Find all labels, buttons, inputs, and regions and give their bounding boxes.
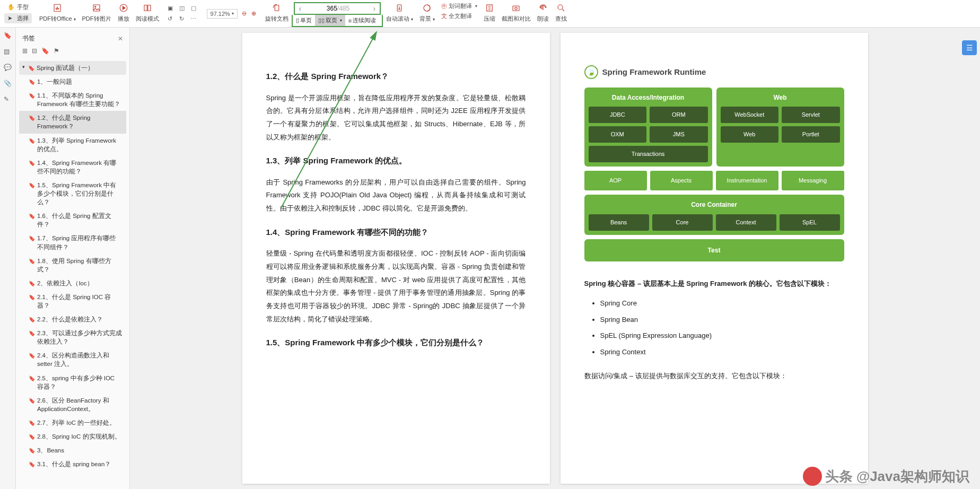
avatar-icon xyxy=(803,467,822,486)
close-sidebar[interactable]: ✕ xyxy=(118,35,123,42)
double-page-view[interactable]: ▯▯双页▾ xyxy=(315,15,345,26)
sidebar-item[interactable]: 🔖1.7、Spring 应用程序有哪些不同组件？ xyxy=(19,231,126,254)
sidebar-item[interactable]: 🔖1.4、Spring Framework 有哪些不同的功能？ xyxy=(19,156,126,178)
svg-point-10 xyxy=(558,5,563,10)
zoom-out-icon[interactable]: ⊖ xyxy=(240,9,249,19)
sidebar-item[interactable]: 🔖1.8、使用 Spring 有哪些方式？ xyxy=(19,254,126,276)
heading-1-2: 1.2、什么是 Spring Framework？ xyxy=(266,69,526,84)
sidebar-item[interactable]: 🔖2.4、区分构造函数注入和 setter 注入。 xyxy=(19,348,126,371)
bg-icon xyxy=(421,2,433,14)
sidebar-item[interactable]: 🔖2.3、可以通过多少种方式完成依赖注入？ xyxy=(19,326,126,348)
translate-icon: ㊥ xyxy=(441,2,447,10)
camera-icon xyxy=(510,2,522,14)
next-page[interactable]: › xyxy=(369,4,380,13)
bookmark-flag-icon[interactable]: ⚑ xyxy=(54,47,59,55)
data-access-desc: 数据访问/集成 – 该层提供与数据库交互的支持。它包含以下模块： xyxy=(584,370,844,383)
pdf-to-image[interactable]: PDF转图片 xyxy=(82,2,111,23)
bookmark-icon: 🔖 xyxy=(29,433,35,441)
prev-page[interactable]: ‹ xyxy=(295,4,305,13)
sidebar-item[interactable]: 🔖2.6、区分 BeanFactory 和 ApplicationContext… xyxy=(19,394,126,416)
read-aloud[interactable]: 朗读 xyxy=(537,2,549,23)
page-input[interactable] xyxy=(305,5,337,12)
play-button[interactable]: 播放 xyxy=(118,2,129,23)
read-mode[interactable]: 阅读模式 xyxy=(136,2,159,23)
sidebar-item[interactable]: 🔖1.1、不同版本的 Spring Framework 有哪些主要功能？ xyxy=(19,89,126,111)
svg-point-9 xyxy=(515,7,518,10)
sidebar-item[interactable]: 🔖2.5、spring 中有多少种 IOC 容器？ xyxy=(19,371,126,394)
sidebar-item[interactable]: 🔖3.1、什么是 spring bean？ xyxy=(19,457,126,471)
rotate-icon xyxy=(271,2,283,14)
bookmark-icon: 🔖 xyxy=(29,137,35,153)
rotate-doc[interactable]: 旋转文档 xyxy=(265,2,288,23)
bookmark-icon: 🔖 xyxy=(29,316,35,324)
bookmark-icon: 🔖 xyxy=(29,461,35,468)
core-module-list: Spring CoreSpring BeanSpEL (Spring Expre… xyxy=(600,297,844,359)
search-icon xyxy=(555,2,567,14)
more-icon[interactable]: ⋯ xyxy=(189,14,198,24)
rotate-right-icon[interactable]: ↻ xyxy=(177,14,187,24)
continuous-view[interactable]: ≡连续阅读 xyxy=(345,15,379,26)
signature-panel-icon[interactable]: ✎ xyxy=(4,95,12,104)
full-translate[interactable]: 文全文翻译 xyxy=(441,12,472,20)
core-container-desc: Spring 核心容器 – 该层基本上是 Spring Framework 的核… xyxy=(584,277,844,291)
page-total: /485 xyxy=(337,5,369,12)
continuous-icon: ≡ xyxy=(348,18,352,24)
bookmark-icon: 🔖 xyxy=(29,375,35,391)
sidebar-item[interactable]: 🔖1.3、列举 Spring Framework 的优点。 xyxy=(19,134,126,156)
list-item: SpEL (Spring Expression Language) xyxy=(600,329,844,343)
sidebar-item[interactable]: 🔖2.1、什么是 Spring IOC 容器？ xyxy=(19,290,126,312)
bookmark-icon: 🔖 xyxy=(29,235,35,251)
crop-icon[interactable]: ▣ xyxy=(165,4,175,13)
bookmark-icon: 🔖 xyxy=(29,258,35,274)
auto-scroll[interactable]: 自动滚动▾ xyxy=(386,2,413,23)
sidebar-item[interactable]: 🔖3、Beans xyxy=(19,443,126,457)
bookmark-panel-icon[interactable]: 🔖 xyxy=(4,32,12,40)
sidebar-item[interactable]: 🔖2.2、什么是依赖注入？ xyxy=(19,312,126,326)
bookmark-icon: 🔖 xyxy=(29,447,35,455)
sidebar-item[interactable]: 🔖2.7、列举 IoC 的一些好处。 xyxy=(19,416,126,430)
pdf-to-office[interactable]: PDF转Office▾ xyxy=(39,2,76,23)
sidebar-item[interactable]: 🔖1.2、什么是 Spring Framework？ xyxy=(19,111,126,133)
rotate-left-icon[interactable]: ↺ xyxy=(165,14,175,24)
outline-panel-icon[interactable]: ▤ xyxy=(4,48,12,56)
heading-1-4: 1.4、Spring Framework 有哪些不同的功能？ xyxy=(266,225,526,240)
collapse-all-icon[interactable]: ⊟ xyxy=(32,47,37,55)
screenshot[interactable]: 截图和对比 xyxy=(502,2,531,23)
bookmark-icon: 🔖 xyxy=(29,397,35,413)
single-page-view[interactable]: ▯单页 xyxy=(293,15,315,26)
cursor-icon: ➤ xyxy=(7,15,15,22)
double-icon: ▯▯ xyxy=(318,17,325,24)
sidebar-item[interactable]: 🔖1.5、Spring Framework 中有多少个模块，它们分别是什么？ xyxy=(19,178,126,209)
bookmark-icon: 🔖 xyxy=(29,330,35,346)
word-translate[interactable]: ㊥划词翻译▾ xyxy=(441,2,477,10)
background[interactable]: 背景▾ xyxy=(419,2,435,23)
page-left: 1.2、什么是 Spring Framework？ Spring 是一个开源应用… xyxy=(242,33,550,484)
select-tool[interactable]: ➤选择 xyxy=(4,13,32,23)
crop2-icon[interactable]: ◫ xyxy=(177,4,187,13)
hand-tool[interactable]: ✋手型 xyxy=(4,2,32,12)
comment-panel-icon[interactable]: 💬 xyxy=(4,64,12,72)
sidebar-item[interactable]: 🔖2.8、Spring IoC 的实现机制。 xyxy=(19,430,126,443)
heading-1-5: 1.5、Spring Framework 中有多少个模块，它们分别是什么？ xyxy=(266,335,526,351)
svg-rect-8 xyxy=(513,6,519,11)
sidebar-item[interactable]: 🔖1、一般问题 xyxy=(19,75,126,89)
bookmark-add-icon[interactable]: 🔖 xyxy=(41,47,49,55)
list-item: Spring Bean xyxy=(600,313,844,327)
find[interactable]: 查找 xyxy=(555,2,567,23)
sidebar-item[interactable]: 🔖1.6、什么是 Spring 配置文件？ xyxy=(19,209,126,231)
sidebar-root[interactable]: ▾🔖Spring 面试题（一） xyxy=(19,61,126,75)
attachment-panel-icon[interactable]: 📎 xyxy=(4,80,12,88)
zoom-in-icon[interactable]: ⊕ xyxy=(249,9,259,19)
chevron-down-icon: ▾ xyxy=(22,64,25,72)
play-icon xyxy=(118,2,129,14)
zoom-select[interactable]: 97.12%▾ xyxy=(207,9,238,19)
expand-all-icon[interactable]: ⊞ xyxy=(22,47,28,55)
fit-icon[interactable]: ▢ xyxy=(189,4,198,13)
float-tool-button[interactable]: ☰ xyxy=(962,40,977,55)
scroll-icon xyxy=(393,2,405,14)
sidebar-item[interactable]: 🔖2、依赖注入（Ioc） xyxy=(19,276,126,290)
bookmark-icon: 🔖 xyxy=(29,294,35,310)
compress[interactable]: 压缩 xyxy=(484,2,495,23)
heading-1-3: 1.3、列举 Spring Framework 的优点。 xyxy=(266,153,526,169)
bookmark-icon: 🔖 xyxy=(29,420,35,427)
